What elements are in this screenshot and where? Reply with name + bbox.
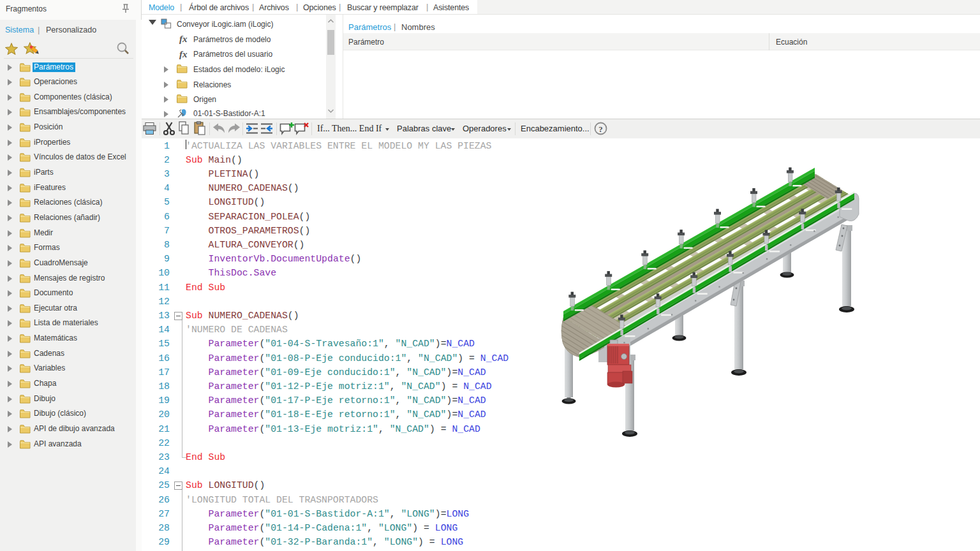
svg-text:?: ? <box>598 124 603 134</box>
